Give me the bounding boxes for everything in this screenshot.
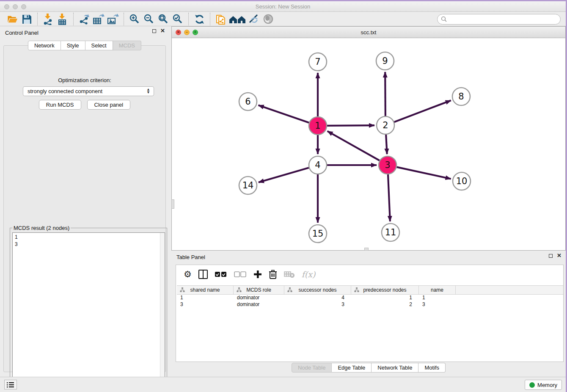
table-panel-float-icon[interactable] [549, 254, 553, 258]
edge-3-11[interactable] [388, 174, 390, 221]
zoom-out-icon[interactable] [142, 13, 156, 25]
edge-1-2[interactable] [327, 125, 374, 126]
memory-label: Memory [537, 382, 557, 388]
graph-node-6[interactable]: 6 [239, 93, 257, 110]
graph-node-14[interactable]: 14 [239, 177, 257, 194]
open-session-icon[interactable] [5, 13, 19, 25]
tab-style[interactable]: Style [61, 41, 85, 50]
run-mcds-button[interactable]: Run MCDS [39, 100, 81, 110]
graph-node-15[interactable]: 15 [309, 225, 327, 243]
zoom-fit-icon[interactable] [156, 13, 171, 25]
tab-select[interactable]: Select [85, 41, 113, 50]
tab-motifs[interactable]: Motifs [418, 363, 446, 373]
tab-edge-table[interactable]: Edge Table [332, 363, 372, 373]
table-settings-icon[interactable]: ⚙ [184, 269, 192, 279]
result-scrollbar[interactable] [160, 233, 165, 388]
column-header-shared-name[interactable]: shared name [177, 286, 234, 294]
zoom-in-icon[interactable] [127, 13, 142, 25]
cell-mcds-role[interactable]: dominator [234, 295, 284, 301]
control-panel-close-icon[interactable]: ✕ [160, 29, 165, 33]
memory-status-icon [529, 382, 535, 388]
import-network-icon[interactable] [41, 13, 55, 25]
export-table-icon[interactable] [91, 13, 106, 25]
graph-node-4[interactable]: 4 [309, 156, 327, 174]
control-panel-float-icon[interactable] [152, 29, 156, 33]
tree-icon [287, 287, 292, 293]
application-window: Session: New Session [0, 0, 567, 392]
optimization-criterion-select[interactable]: strongly connected component ▲▼ [23, 86, 154, 96]
export-image-icon[interactable] [106, 13, 120, 25]
first-neighbors-icon[interactable] [228, 13, 247, 25]
create-column-icon[interactable] [253, 270, 262, 279]
cell-shared-name[interactable]: 3 [177, 301, 234, 308]
column-header-predecessor-nodes[interactable]: predecessor nodes [351, 286, 419, 294]
cell-name[interactable]: 1 [419, 295, 456, 301]
network-window-titlebar[interactable]: ✕ − + scc.txt [172, 27, 565, 38]
memory-button[interactable]: Memory [525, 380, 562, 390]
graph-node-7[interactable]: 7 [309, 53, 327, 71]
mcds-result-textarea[interactable]: 1 3 [12, 232, 165, 389]
tab-network-table[interactable]: Network Table [372, 363, 418, 373]
toggle-panel-icon[interactable] [198, 270, 208, 279]
close-panel-button[interactable]: Close panel [87, 100, 131, 110]
edge-2-8[interactable] [394, 100, 451, 122]
edge-4-14[interactable] [259, 168, 309, 182]
table-row[interactable]: 3dominator323 [177, 301, 563, 308]
refresh-view-icon[interactable] [192, 13, 206, 25]
node-label-6: 6 [245, 97, 250, 107]
tab-mcds[interactable]: MCDS [113, 41, 141, 50]
table-body: 1dominator4113dominator323 [177, 295, 563, 308]
graph-node-1[interactable]: 1 [309, 117, 327, 135]
task-history-button[interactable] [4, 380, 17, 389]
network-canvas[interactable]: 7968124314101511 [172, 38, 565, 250]
cell-successor-nodes[interactable]: 3 [284, 301, 351, 308]
delete-table-icon [284, 271, 295, 278]
edge-3-1[interactable] [328, 131, 380, 160]
cell-mcds-role[interactable]: dominator [234, 301, 284, 308]
graph-node-10[interactable]: 10 [453, 172, 471, 190]
edge-2-9[interactable] [385, 72, 385, 116]
delete-column-icon[interactable] [269, 270, 277, 279]
graph-node-11[interactable]: 11 [382, 224, 399, 241]
graph-node-2[interactable]: 2 [377, 116, 394, 134]
cell-name[interactable]: 3 [419, 301, 456, 308]
table-panel-close-icon[interactable]: ✕ [557, 254, 561, 258]
search-icon [441, 16, 447, 22]
optimization-criterion-value: strongly connected component [28, 88, 102, 94]
unselect-all-columns-icon[interactable] [234, 271, 247, 278]
column-header-mcds-role[interactable]: MCDS role [234, 286, 284, 294]
edge-3-10[interactable] [396, 167, 451, 179]
mcds-result-group: MCDS result (2 nodes) 1 3 [10, 228, 167, 391]
select-stepper-icon: ▲▼ [146, 88, 150, 94]
edge-1-6[interactable] [259, 105, 309, 122]
control-panel-title: Control Panel [5, 30, 39, 36]
graph-node-9[interactable]: 9 [376, 52, 394, 70]
import-table-icon[interactable] [55, 13, 70, 25]
search-input[interactable] [449, 14, 560, 24]
select-all-columns-icon[interactable] [215, 271, 227, 278]
save-session-icon[interactable] [19, 13, 34, 25]
cell-successor-nodes[interactable]: 4 [284, 295, 351, 301]
export-network-icon[interactable] [77, 13, 91, 25]
graph-node-3[interactable]: 3 [379, 156, 396, 174]
graph-node-8[interactable]: 8 [452, 88, 470, 105]
splitter-grip-bottom[interactable] [364, 248, 369, 251]
cell-shared-name[interactable]: 1 [177, 295, 234, 301]
zoom-selected-icon[interactable] [171, 13, 185, 25]
cell-predecessor-nodes[interactable]: 2 [351, 301, 419, 308]
cell-predecessor-nodes[interactable]: 1 [351, 295, 419, 301]
splitter-grip-left[interactable] [171, 199, 174, 209]
node-table: shared nameMCDS rolesuccessor nodesprede… [177, 285, 563, 308]
column-header-name[interactable]: name [419, 286, 456, 294]
hide-selected-icon[interactable] [247, 13, 261, 25]
edge-2-3[interactable] [386, 135, 387, 154]
table-row[interactable]: 1dominator411 [177, 295, 563, 301]
tab-network[interactable]: Network [28, 41, 61, 50]
toolbar-separator [124, 13, 124, 25]
table-toolbar: ⚙ f(x) [176, 265, 563, 284]
show-all-eye-icon [261, 13, 275, 25]
clone-network-icon[interactable] [214, 13, 228, 25]
mcds-result-values: 1 3 [15, 234, 18, 248]
column-header-successor-nodes[interactable]: successor nodes [284, 286, 351, 294]
tab-node-table[interactable]: Node Table [292, 363, 332, 373]
